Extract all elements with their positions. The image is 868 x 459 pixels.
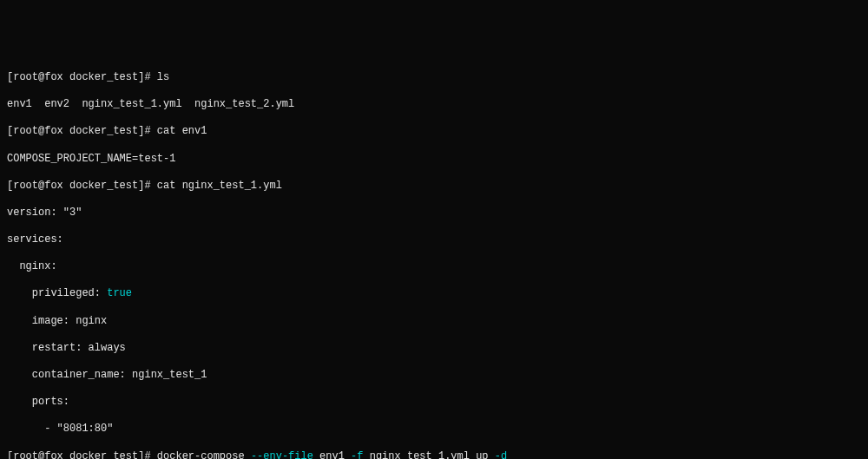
prompt-line: [root@fox docker_test]# cat env1 bbox=[7, 125, 861, 139]
terminal-output[interactable]: [root@fox docker_test]# ls env1 env2 ngi… bbox=[7, 57, 861, 459]
yaml-line: restart: always bbox=[7, 342, 861, 356]
yaml-line: - "8081:80" bbox=[7, 423, 861, 436]
prompt-line: [root@fox docker_test]# cat nginx_test_1… bbox=[7, 180, 861, 193]
yaml-line: services: bbox=[7, 233, 861, 247]
yaml-line: ports: bbox=[7, 396, 861, 410]
yaml-line: privileged: true bbox=[7, 287, 861, 301]
prompt-line: [root@fox docker_test]# ls bbox=[7, 71, 861, 85]
yaml-line: nginx: bbox=[7, 260, 861, 274]
yaml-line: container_name: nginx_test_1 bbox=[7, 369, 861, 383]
yaml-line: image: nginx bbox=[7, 315, 861, 329]
env1-output: COMPOSE_PROJECT_NAME=test-1 bbox=[7, 153, 861, 167]
yaml-line: version: "3" bbox=[7, 207, 861, 220]
ls-output: env1 env2 nginx_test_1.yml nginx_test_2.… bbox=[7, 98, 861, 112]
prompt-line: [root@fox docker_test]# docker-compose -… bbox=[7, 450, 861, 459]
